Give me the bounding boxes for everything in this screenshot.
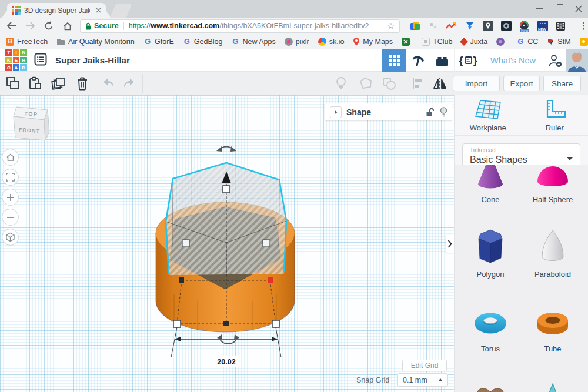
sidebar-collapse-handle[interactable] <box>446 235 454 253</box>
bookmark-freetech[interactable]: B FreeTech <box>6 38 48 46</box>
minimize-icon[interactable] <box>536 8 543 9</box>
whats-new-link[interactable]: What's New <box>482 49 544 72</box>
hole-bulb-icon[interactable] <box>333 76 349 91</box>
3d-viewport[interactable]: TOP FRONT Shape <box>0 95 454 392</box>
bookmark-juxta[interactable]: Juxta <box>461 38 487 46</box>
bookmark-yellow-app[interactable] <box>580 38 588 46</box>
corner-handle-right[interactable] <box>272 320 279 327</box>
shape-card-torus[interactable]: Torus <box>460 295 521 353</box>
align-icon[interactable] <box>409 76 426 91</box>
shape-card-cone[interactable]: Cone <box>460 165 521 204</box>
dashboard-grid-button[interactable] <box>382 49 406 72</box>
bookmark-stm[interactable]: StM <box>547 38 570 46</box>
side-handle-right[interactable] <box>263 240 270 247</box>
undo-icon[interactable] <box>101 76 118 91</box>
bookmark-gedblog[interactable]: G GedBlog <box>183 37 223 46</box>
window-close-icon[interactable] <box>575 5 582 12</box>
design-menu-icon[interactable] <box>34 53 47 68</box>
shape-card-polygon[interactable]: Polygon <box>460 220 521 279</box>
mirror-icon[interactable] <box>432 76 448 91</box>
user-avatar[interactable] <box>566 49 588 72</box>
shape-card-heart[interactable] <box>460 370 521 392</box>
mid-handle-left[interactable] <box>179 277 184 283</box>
import-button[interactable]: Import <box>453 76 500 91</box>
blue-v-icon[interactable] <box>464 21 475 32</box>
shape-card-paraboloid[interactable]: Paraboloid <box>522 220 583 279</box>
reload-icon[interactable] <box>41 19 56 32</box>
mid-handle-front[interactable] <box>223 321 229 326</box>
juxta-diamond-icon <box>460 37 468 45</box>
redo-icon[interactable] <box>120 76 136 91</box>
gauge-new-badge: New <box>520 29 529 32</box>
location-pin-ext-icon[interactable] <box>482 21 493 32</box>
perspective-toggle-button[interactable] <box>2 229 19 246</box>
forward-icon[interactable] <box>22 19 38 32</box>
export-button[interactable]: Export <box>503 76 540 91</box>
panel-collapse-icon[interactable] <box>330 106 342 118</box>
bookmark-star-icon[interactable]: ☆ <box>387 21 395 31</box>
edit-grid-button[interactable]: Edit Grid <box>402 360 447 371</box>
fit-view-button[interactable] <box>2 169 19 186</box>
new-tab-button[interactable] <box>110 4 133 18</box>
unlock-icon[interactable] <box>425 108 435 117</box>
bookmark-gfore[interactable]: G GforE <box>143 37 174 46</box>
selected-model[interactable]: 20.02 <box>135 136 306 376</box>
ruler-tool[interactable]: Ruler <box>522 95 588 135</box>
viewcube-top-label[interactable]: TOP <box>24 110 38 117</box>
workplane-tool[interactable]: Workplane <box>455 95 522 135</box>
new-tile-icon[interactable]: NEW <box>537 21 548 32</box>
shape-solid-icon[interactable] <box>358 76 374 91</box>
paste-icon[interactable] <box>27 76 44 91</box>
bookmark-tclub[interactable]: TClub <box>422 38 452 46</box>
bookmark-skio[interactable]: sk.io <box>318 38 345 46</box>
bookmark-folder-air-quality[interactable]: Air Quality Monitoring <box>56 38 135 46</box>
mid-handle-right-active[interactable] <box>268 277 273 283</box>
dropdown-caret-icon <box>567 157 573 160</box>
brick-button[interactable] <box>430 49 454 72</box>
home-icon[interactable] <box>60 19 75 32</box>
google-icon: G <box>516 37 524 46</box>
delete-icon[interactable] <box>74 76 91 91</box>
disabled-dots-icon[interactable] <box>427 21 439 32</box>
corner-handle-left[interactable] <box>173 320 181 327</box>
gauge-new-icon[interactable]: New <box>519 21 530 32</box>
group-shapes-icon[interactable] <box>381 76 397 91</box>
bookmark-sheets[interactable] <box>402 38 413 46</box>
bookmark-cc[interactable]: G CC <box>516 37 538 46</box>
restore-icon[interactable] <box>556 6 562 12</box>
skio-icon <box>318 38 326 46</box>
side-handle-left[interactable] <box>182 240 189 247</box>
shape-card-tube[interactable]: Tube <box>522 295 583 353</box>
zoom-in-button[interactable] <box>2 189 19 206</box>
home-view-button[interactable] <box>2 149 19 166</box>
tab-close-icon[interactable] <box>96 8 101 13</box>
zoom-out-button[interactable] <box>2 209 19 226</box>
bookmark-new-apps[interactable]: G New Apps <box>231 37 275 46</box>
view-cube[interactable]: TOP FRONT <box>12 105 52 143</box>
codeblocks-button[interactable]: { } <box>454 49 482 72</box>
height-scale-handle[interactable] <box>223 186 230 193</box>
dimension-value[interactable]: 20.02 <box>217 358 235 366</box>
share-button[interactable]: Share <box>543 76 581 91</box>
bookmark-my-maps[interactable]: My Maps <box>353 37 393 46</box>
zigzag-arrow-icon[interactable] <box>446 21 457 32</box>
invite-button[interactable] <box>544 49 566 72</box>
browser-tab[interactable]: 3D design Super Jaiks-H <box>7 3 106 18</box>
minecraft-button[interactable] <box>406 49 430 72</box>
shape-card-star[interactable] <box>522 370 583 392</box>
hide-bulb-icon[interactable] <box>440 107 447 117</box>
dark-camera-icon[interactable] <box>500 21 512 32</box>
back-icon[interactable] <box>4 19 19 32</box>
folder-icon <box>56 38 65 45</box>
shape-card-half-sphere[interactable]: Half Sphere <box>522 165 583 204</box>
bookmark-pixlr[interactable]: pixlr <box>285 38 309 46</box>
browser-menu-icon[interactable]: ⋮ <box>579 21 588 31</box>
filmstrip-icon[interactable] <box>555 21 566 32</box>
docs-collection-icon[interactable] <box>409 21 420 32</box>
bookmark-purple-app[interactable] <box>496 38 507 46</box>
tinkercad-logo[interactable]: TIN KER CAD <box>5 49 27 71</box>
duplicate-icon[interactable] <box>51 76 67 91</box>
snap-grid-select[interactable]: 0.1 mm <box>397 373 448 387</box>
address-bar[interactable]: Secure https :// www.tinkercad.com /thin… <box>80 19 400 33</box>
copy-icon[interactable] <box>5 76 21 91</box>
